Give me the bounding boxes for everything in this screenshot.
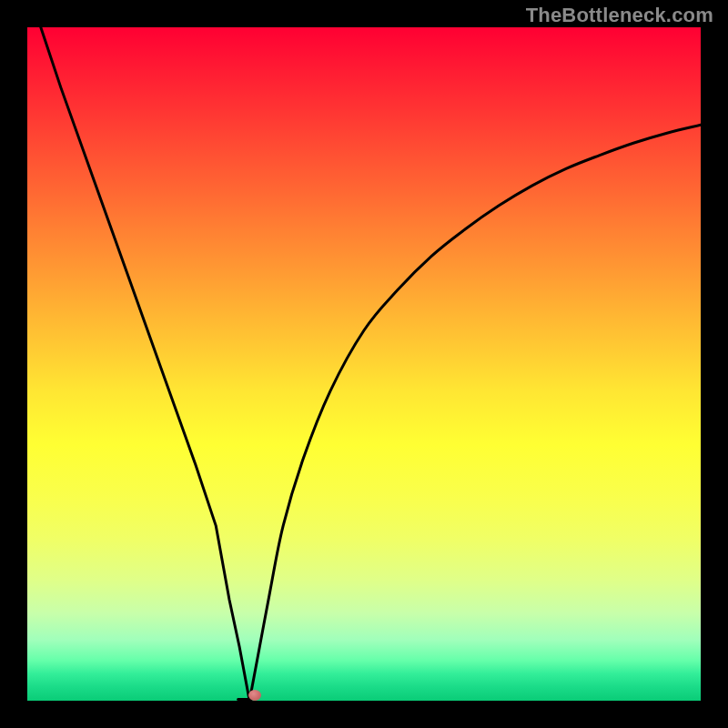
minimum-marker [248,690,261,701]
watermark-text: TheBottleneck.com [526,4,713,27]
curve-svg [27,27,701,701]
plot-area [27,27,701,701]
chart-container: TheBottleneck.com [0,0,728,728]
bottleneck-curve [41,27,701,701]
